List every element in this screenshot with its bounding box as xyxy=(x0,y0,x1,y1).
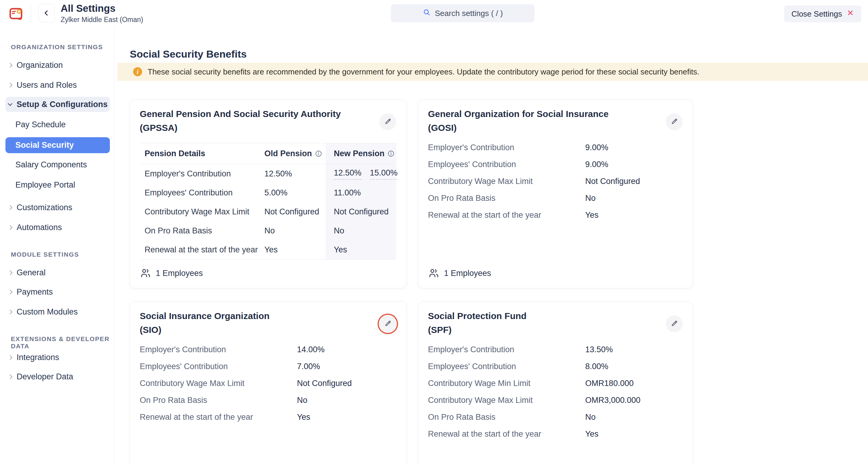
chevron-right-icon xyxy=(8,309,13,314)
chevron-right-icon xyxy=(8,290,13,294)
search-settings-input[interactable]: Search settings ( / ) xyxy=(391,4,534,22)
sidebar-item-payments[interactable]: Payments xyxy=(5,285,110,299)
pencil-icon xyxy=(670,118,678,126)
detail-row: Contributory Wage Max LimitNot Configure… xyxy=(140,375,397,392)
section-organization-settings: ORGANIZATION SETTINGS xyxy=(11,43,103,51)
pencil-icon xyxy=(384,118,392,126)
chevron-right-icon xyxy=(8,205,13,210)
gosi-details: Employer's Contribution9.00% Employees' … xyxy=(428,139,683,224)
table-row: Employees' Contribution 5.00% 11.00% xyxy=(140,184,396,202)
detail-row: On Pro Rata BasisNo xyxy=(428,190,683,206)
chevron-down-icon xyxy=(8,101,13,106)
detail-row: On Pro Rata BasisNo xyxy=(428,409,683,426)
page-title: Social Security Benefits xyxy=(130,48,247,60)
organization-name: Zylker Middle East (Oman) xyxy=(61,16,143,24)
edit-sio-button-highlighted[interactable] xyxy=(379,315,396,332)
detail-row: Employees' Contribution7.00% xyxy=(140,358,397,375)
banner-text: These social security benefits are recom… xyxy=(148,67,699,76)
employees-icon xyxy=(428,267,439,279)
chevron-right-icon xyxy=(8,82,13,88)
chevron-right-icon xyxy=(8,63,13,68)
chevron-right-icon xyxy=(8,374,13,379)
section-module-settings: MODULE SETTINGS xyxy=(11,251,79,258)
detail-row: Renewal at the start of the yearYes xyxy=(428,206,683,224)
chevron-right-icon xyxy=(8,355,13,360)
pension-table-header: Pension Details Old Pension New Pension xyxy=(140,143,396,164)
new-pension-info-icon[interactable] xyxy=(387,150,395,157)
edit-gpssa-button[interactable] xyxy=(379,113,396,130)
sidebar-item-social-security[interactable]: Social Security xyxy=(5,137,110,153)
sidebar-item-integrations[interactable]: Integrations xyxy=(5,350,110,365)
employees-count: 1 Employees xyxy=(140,267,203,279)
payroll-app-logo-icon xyxy=(8,5,24,22)
info-banner: i These social security benefits are rec… xyxy=(117,63,868,81)
sidebar-item-general[interactable]: General xyxy=(5,265,110,280)
detail-row: Renewal at the start of the yearYes xyxy=(140,409,397,426)
card-title-spf: Social Protection Fund (SPF) xyxy=(428,309,527,337)
old-pension-info-icon[interactable] xyxy=(315,150,322,157)
card-spf: Social Protection Fund (SPF) Employer's … xyxy=(418,302,693,465)
pencil-icon xyxy=(670,320,678,328)
new-pension-previous-value[interactable]: 12.50% xyxy=(334,168,362,180)
employees-icon xyxy=(140,267,151,279)
sidebar-item-pay-schedule[interactable]: Pay Schedule xyxy=(5,117,110,132)
chevron-left-icon xyxy=(42,9,51,18)
sidebar-item-organization[interactable]: Organization xyxy=(5,58,110,72)
sidebar-item-customizations[interactable]: Customizations xyxy=(5,200,110,215)
back-button[interactable] xyxy=(38,4,55,23)
edit-gosi-button[interactable] xyxy=(666,113,683,130)
detail-row: Employer's Contribution9.00% xyxy=(428,139,683,156)
card-title-sio: Social Insurance Organization (SIO) xyxy=(140,309,270,337)
sio-details: Employer's Contribution14.00% Employees'… xyxy=(140,341,397,426)
header-divider xyxy=(31,5,31,22)
card-title-gosi: General Organization for Social Insuranc… xyxy=(428,107,609,135)
card-gosi: General Organization for Social Insuranc… xyxy=(418,100,693,288)
chevron-right-icon xyxy=(8,225,13,230)
sidebar-item-custom-modules[interactable]: Custom Modules xyxy=(5,305,110,319)
table-row: Renewal at the start of the year Yes Yes xyxy=(140,240,396,259)
detail-row: Contributory Wage Max LimitOMR3,000.000 xyxy=(428,392,683,409)
sidebar-item-employee-portal[interactable]: Employee Portal xyxy=(5,178,110,192)
detail-row: Employees' Contribution9.00% xyxy=(428,156,683,173)
table-row: Contributory Wage Max Limit Not Configur… xyxy=(140,202,396,221)
info-icon: i xyxy=(133,67,142,76)
sidebar-item-developer-data[interactable]: Developer Data xyxy=(5,369,110,384)
search-icon xyxy=(423,8,431,19)
card-gpssa: General Pension And Social Security Auth… xyxy=(130,100,406,288)
section-extensions-developer-data: EXTENSIONS & DEVELOPER DATA xyxy=(11,335,114,350)
sidebar-item-automations[interactable]: Automations xyxy=(5,220,110,235)
sidebar-item-salary-components[interactable]: Salary Components xyxy=(5,157,110,172)
employees-count: 1 Employees xyxy=(428,267,491,279)
sidebar-item-users-and-roles[interactable]: Users and Roles xyxy=(5,78,110,92)
top-header: All Settings Zylker Middle East (Oman) S… xyxy=(0,0,868,27)
close-settings-button[interactable]: Close Settings xyxy=(784,5,861,22)
pencil-icon xyxy=(384,320,392,328)
card-title-gpssa: General Pension And Social Security Auth… xyxy=(140,107,341,135)
detail-row: Employer's Contribution13.50% xyxy=(428,341,683,358)
main-content: Social Security Benefits i These social … xyxy=(115,27,868,465)
detail-row: Renewal at the start of the yearYes xyxy=(428,426,683,442)
detail-row: On Pro Rata BasisNo xyxy=(140,392,397,409)
pension-table: Pension Details Old Pension New Pension xyxy=(140,143,396,260)
detail-row: Contributory Wage Min LimitOMR180.000 xyxy=(428,375,683,392)
close-icon xyxy=(846,9,854,19)
search-placeholder: Search settings ( / ) xyxy=(435,9,503,18)
close-settings-label: Close Settings xyxy=(791,9,842,19)
table-row: On Pro Rata Basis No No xyxy=(140,221,396,240)
spf-details: Employer's Contribution13.50% Employees'… xyxy=(428,341,683,442)
header-titles: All Settings Zylker Middle East (Oman) xyxy=(61,3,143,24)
new-pension-current-value[interactable]: 15.00% xyxy=(370,168,398,180)
detail-row: Contributory Wage Max LimitNot Configure… xyxy=(428,173,683,190)
chevron-right-icon xyxy=(8,270,13,275)
window-title: All Settings xyxy=(61,3,143,14)
detail-row: Employees' Contribution8.00% xyxy=(428,358,683,375)
sidebar-item-setup-configurations[interactable]: Setup & Configurations xyxy=(5,97,110,112)
detail-row: Employer's Contribution14.00% xyxy=(140,341,397,358)
card-sio: Social Insurance Organization (SIO) Empl… xyxy=(130,302,406,465)
settings-sidebar: ORGANIZATION SETTINGS Organization Users… xyxy=(0,27,115,465)
table-row: Employer's Contribution 12.50% 12.50% 15… xyxy=(140,164,396,184)
edit-spf-button[interactable] xyxy=(666,315,683,332)
